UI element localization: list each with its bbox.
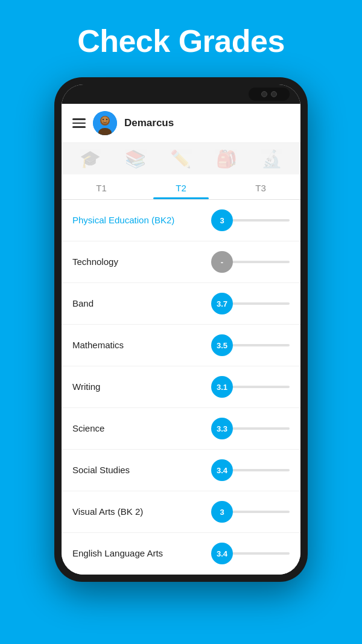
grade-row[interactable]: Mathematics3.5: [62, 325, 300, 366]
menu-icon[interactable]: [72, 118, 86, 128]
grade-badge: 3.3: [211, 418, 233, 439]
grade-label: Social Studies: [72, 464, 205, 476]
tab-t3[interactable]: T3: [221, 174, 300, 199]
page-title: Check Grades: [0, 0, 362, 77]
grade-label: Writing: [72, 381, 205, 393]
banner-icon-4: 🎒: [216, 149, 237, 169]
slider-wrap: -: [211, 251, 290, 273]
slider-wrap: 3.7: [211, 293, 290, 314]
phone-top-bar: [62, 84, 300, 104]
grade-badge: 3.7: [211, 293, 233, 314]
grade-row[interactable]: Technology-: [62, 241, 300, 283]
grade-badge: 3.1: [211, 376, 233, 398]
grade-badge: 3: [211, 501, 233, 523]
banner-icon-5: 🔬: [261, 149, 282, 169]
slider-wrap: 3.1: [211, 376, 290, 398]
slider-wrap: 3.4: [211, 543, 290, 564]
grade-badge: 3.5: [211, 334, 233, 356]
grade-badge: 3.4: [211, 459, 233, 481]
grade-row[interactable]: Social Studies3.4: [62, 450, 300, 491]
banner-icon-3: ✏️: [170, 149, 191, 169]
grade-row[interactable]: Science3.3: [62, 408, 300, 450]
svg-point-4: [103, 119, 104, 120]
grade-label: Band: [72, 298, 205, 310]
slider-wrap: 3: [211, 209, 290, 231]
username-label: Demarcus: [124, 117, 290, 129]
grade-label: Physical Education (BK2): [72, 214, 205, 226]
slider-wrap: 3: [211, 501, 290, 523]
svg-point-5: [106, 119, 107, 120]
tab-t2[interactable]: T2: [141, 174, 221, 199]
phone-inner: Demarcus 🎓 📚 ✏️ 🎒 🔬 T1 T2 T3 Physical Ed…: [62, 84, 300, 575]
banner-strip: 🎓 📚 ✏️ 🎒 🔬: [62, 143, 300, 174]
slider-wrap: 3.4: [211, 459, 290, 481]
grade-label: Visual Arts (BK 2): [72, 506, 205, 518]
grades-list: Physical Education (BK2)3Technology-Band…: [62, 200, 300, 575]
slider-wrap: 3.3: [211, 418, 290, 439]
tabs-row: T1 T2 T3: [62, 174, 300, 200]
grade-badge: -: [211, 251, 233, 273]
grade-badge: 3.4: [211, 543, 233, 564]
app-header: Demarcus: [62, 104, 300, 143]
phone-shell: Demarcus 🎓 📚 ✏️ 🎒 🔬 T1 T2 T3 Physical Ed…: [54, 77, 308, 582]
grade-row[interactable]: Writing3.1: [62, 366, 300, 408]
banner-icon-2: 📚: [125, 149, 146, 169]
grade-row[interactable]: Visual Arts (BK 2)3: [62, 491, 300, 533]
grade-row[interactable]: Physical Education (BK2)3: [62, 200, 300, 241]
grade-label: Science: [72, 422, 205, 435]
grade-row[interactable]: English Language Arts3.4: [62, 533, 300, 575]
grade-badge: 3: [211, 209, 233, 231]
tab-t1[interactable]: T1: [62, 174, 141, 199]
camera-lens: [271, 91, 277, 97]
camera-pill: [249, 88, 290, 101]
avatar: [93, 111, 117, 135]
grade-label: English Language Arts: [72, 547, 205, 560]
slider-wrap: 3.5: [211, 334, 290, 356]
grade-label: Mathematics: [72, 339, 205, 351]
banner-icon-1: 🎓: [80, 149, 101, 169]
grade-label: Technology: [72, 256, 205, 268]
grade-row[interactable]: Band3.7: [62, 283, 300, 325]
camera-dot: [261, 91, 267, 97]
